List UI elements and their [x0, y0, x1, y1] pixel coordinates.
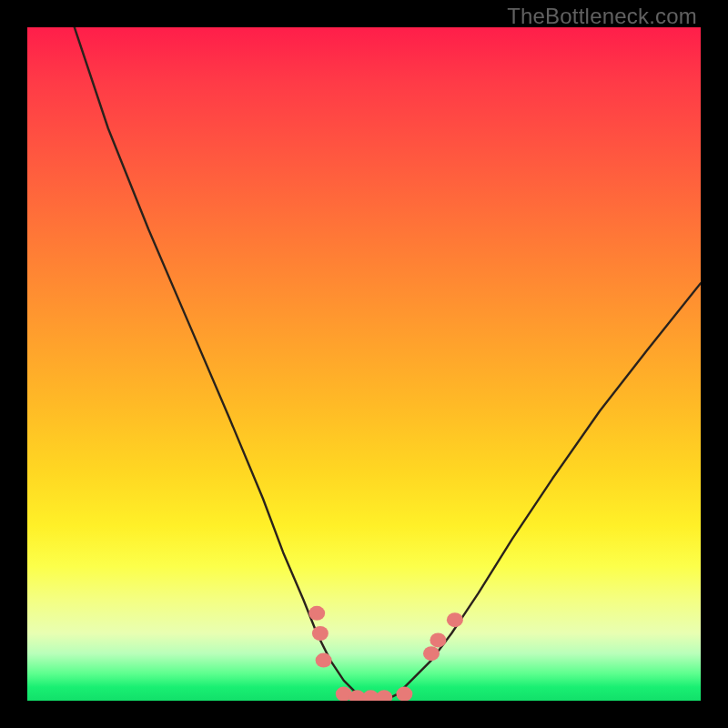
marker-dot [447, 612, 463, 627]
marker-dot [430, 632, 446, 647]
marker-dot [423, 646, 440, 661]
watermark-text: TheBottleneck.com [507, 4, 697, 29]
marker-dot [396, 687, 412, 701]
curve-group [75, 27, 701, 701]
chart-svg [27, 27, 701, 701]
marker-dot [312, 626, 329, 641]
marker-dot [308, 606, 325, 621]
plot-frame [27, 27, 701, 701]
bottleneck-curve [75, 27, 701, 701]
marker-dot [316, 653, 332, 668]
marker-dot [376, 690, 392, 701]
marker-group [308, 606, 463, 701]
